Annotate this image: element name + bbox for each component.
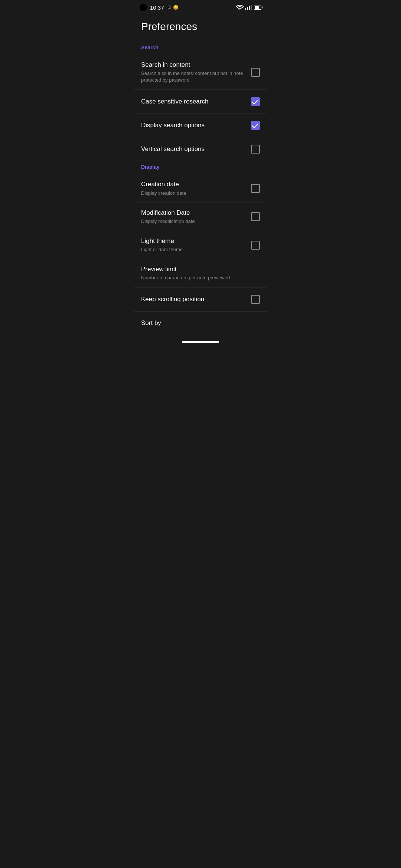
status-time: 10:37 — [150, 4, 164, 11]
pref-text-preview-limit: Preview limitNumber of characters per no… — [141, 265, 260, 281]
pref-item-search-in-content[interactable]: Search in contentSearch also in the note… — [134, 55, 267, 90]
pref-title-case-sensitive: Case sensitive research — [141, 98, 245, 106]
bottom-bar — [134, 335, 267, 350]
nav-indicator — [182, 341, 219, 343]
signal-icon — [245, 5, 252, 10]
status-bar-left: 10:37 🗒 😊 — [140, 4, 179, 11]
pref-item-light-theme[interactable]: Light themeLight or dark theme — [134, 231, 267, 259]
pref-item-creation-date[interactable]: Creation dateDisplay creation date — [134, 174, 267, 203]
pref-title-vertical-search-options: Vertical search options — [141, 145, 245, 153]
checkbox-light-theme[interactable] — [251, 241, 260, 250]
pref-subtitle-creation-date: Display creation date — [141, 190, 245, 197]
pref-subtitle-preview-limit: Number of characters per note previewed — [141, 274, 254, 281]
pref-title-keep-scrolling: Keep scrolling position — [141, 295, 245, 303]
pref-item-display-search-options[interactable]: Display search options — [134, 114, 267, 137]
wifi-icon — [236, 5, 244, 10]
checkbox-case-sensitive[interactable] — [251, 97, 260, 106]
pref-item-keep-scrolling[interactable]: Keep scrolling position — [134, 288, 267, 312]
status-icons-left: 🗒 😊 — [167, 5, 179, 10]
checkbox-creation-date[interactable] — [251, 184, 260, 193]
pref-text-vertical-search-options: Vertical search options — [141, 145, 251, 153]
pref-text-modification-date: Modification DateDisplay modification da… — [141, 209, 251, 225]
pref-title-search-in-content: Search in content — [141, 61, 245, 69]
pref-subtitle-light-theme: Light or dark theme — [141, 246, 245, 253]
pref-item-vertical-search-options[interactable]: Vertical search options — [134, 137, 267, 161]
checkbox-search-in-content[interactable] — [251, 68, 260, 77]
battery-icon — [254, 6, 261, 10]
pref-text-display-search-options: Display search options — [141, 121, 251, 129]
checkbox-modification-date[interactable] — [251, 212, 260, 221]
pref-item-case-sensitive[interactable]: Case sensitive research — [134, 90, 267, 114]
checkbox-vertical-search-options[interactable] — [251, 145, 260, 154]
pref-subtitle-search-in-content: Search also in the notes' content but no… — [141, 70, 245, 83]
camera-dot — [140, 4, 147, 11]
pref-item-preview-limit: Preview limitNumber of characters per no… — [134, 259, 267, 287]
status-bar-right — [236, 5, 261, 10]
checkbox-keep-scrolling[interactable] — [251, 295, 260, 304]
pref-title-preview-limit: Preview limit — [141, 265, 254, 273]
section-header-display: Display — [134, 161, 267, 174]
pref-item-modification-date[interactable]: Modification DateDisplay modification da… — [134, 203, 267, 231]
pref-text-search-in-content: Search in contentSearch also in the note… — [141, 61, 251, 83]
pref-text-keep-scrolling: Keep scrolling position — [141, 295, 251, 303]
checkbox-display-search-options[interactable] — [251, 121, 260, 130]
face-icon: 😊 — [173, 5, 179, 10]
pref-text-creation-date: Creation dateDisplay creation date — [141, 180, 251, 196]
pref-title-display-search-options: Display search options — [141, 121, 245, 129]
pref-title-sort-by: Sort by — [141, 319, 254, 327]
status-bar: 10:37 🗒 😊 — [134, 0, 267, 15]
pref-item-sort-by: Sort by — [134, 312, 267, 335]
pref-subtitle-modification-date: Display modification date — [141, 218, 245, 225]
page-title: Preferences — [134, 15, 267, 42]
pref-title-creation-date: Creation date — [141, 180, 245, 188]
preferences-container: SearchSearch in contentSearch also in th… — [134, 42, 267, 335]
pref-title-light-theme: Light theme — [141, 237, 245, 245]
section-header-search: Search — [134, 42, 267, 55]
pref-text-case-sensitive: Case sensitive research — [141, 98, 251, 106]
pref-title-modification-date: Modification Date — [141, 209, 245, 217]
pref-text-light-theme: Light themeLight or dark theme — [141, 237, 251, 253]
message-icon: 🗒 — [167, 5, 172, 10]
pref-text-sort-by: Sort by — [141, 319, 260, 327]
